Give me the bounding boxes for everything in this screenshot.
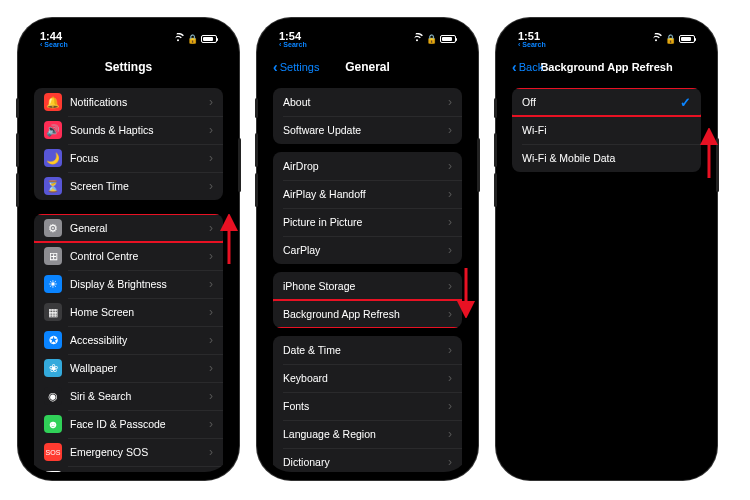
page-title: General (345, 60, 390, 74)
side-button (494, 133, 497, 167)
settings-row[interactable]: ⚙︎General› (34, 214, 223, 242)
chevron-right-icon: › (448, 427, 452, 441)
settings-list[interactable]: About›Software Update›AirDrop›AirPlay & … (265, 80, 470, 472)
nav-bar: ‹ Back Background App Refresh (504, 54, 709, 80)
settings-row[interactable]: 🔊Sounds & Haptics› (34, 116, 223, 144)
chevron-right-icon: › (448, 187, 452, 201)
settings-row[interactable]: 🔔Notifications› (34, 88, 223, 116)
settings-row[interactable]: Fonts› (273, 392, 462, 420)
chevron-right-icon: › (209, 417, 213, 431)
settings-row[interactable]: Dictionary› (273, 448, 462, 472)
settings-row[interactable]: Language & Region› (273, 420, 462, 448)
chevron-right-icon: › (448, 399, 452, 413)
row-label: Language & Region (283, 428, 440, 440)
settings-row[interactable]: ❀Wallpaper› (34, 354, 223, 382)
settings-row[interactable]: Wi-Fi (512, 116, 701, 144)
chevron-right-icon: › (209, 179, 213, 193)
settings-row[interactable]: About› (273, 88, 462, 116)
nav-bar: ‹ Settings General (265, 54, 470, 80)
page-title: Background App Refresh (540, 61, 672, 73)
breadcrumb-back[interactable]: ‹ Search (279, 41, 307, 48)
settings-row[interactable]: AirPlay & Handoff› (273, 180, 462, 208)
settings-row[interactable]: AirDrop› (273, 152, 462, 180)
settings-row[interactable]: ✱Exposure Notifications› (34, 466, 223, 472)
battery-icon (440, 35, 456, 43)
chevron-right-icon: › (448, 371, 452, 385)
settings-row[interactable]: 🌙Focus› (34, 144, 223, 172)
row-icon: ▦ (44, 303, 62, 321)
row-icon: ◉ (44, 387, 62, 405)
settings-row[interactable]: ☻Face ID & Passcode› (34, 410, 223, 438)
chevron-right-icon: › (448, 307, 452, 321)
row-label: iPhone Storage (283, 280, 440, 292)
settings-group: About›Software Update› (273, 88, 462, 144)
back-button[interactable]: ‹ Back (512, 60, 543, 74)
settings-row[interactable]: Wi-Fi & Mobile Data (512, 144, 701, 172)
settings-list[interactable]: Off✓Wi-FiWi-Fi & Mobile Data (504, 80, 709, 472)
row-label: Wi-Fi (522, 124, 691, 136)
settings-row[interactable]: Picture in Picture› (273, 208, 462, 236)
row-label: AirPlay & Handoff (283, 188, 440, 200)
settings-row[interactable]: Keyboard› (273, 364, 462, 392)
side-button (238, 138, 241, 192)
row-icon: SOS (44, 443, 62, 461)
side-button (494, 173, 497, 207)
settings-row[interactable]: ✪Accessibility› (34, 326, 223, 354)
settings-row[interactable]: ⊞Control Centre› (34, 242, 223, 270)
row-label: Picture in Picture (283, 216, 440, 228)
chevron-right-icon: › (448, 243, 452, 257)
row-label: Focus (70, 152, 201, 164)
row-icon: ☻ (44, 415, 62, 433)
breadcrumb-back[interactable]: ‹ Search (518, 41, 546, 48)
row-label: Software Update (283, 124, 440, 136)
chevron-right-icon: › (448, 95, 452, 109)
settings-row[interactable]: SOSEmergency SOS› (34, 438, 223, 466)
row-label: Fonts (283, 400, 440, 412)
settings-row[interactable]: ⏳Screen Time› (34, 172, 223, 200)
settings-row[interactable]: ▦Home Screen› (34, 298, 223, 326)
settings-list[interactable]: 🔔Notifications›🔊Sounds & Haptics›🌙Focus›… (26, 80, 231, 472)
row-icon: 🔔 (44, 93, 62, 111)
row-label: Screen Time (70, 180, 201, 192)
phone-frame: 1:44 ‹ Search 🔒 Settings 🔔Notifications›… (18, 18, 239, 480)
chevron-right-icon: › (209, 333, 213, 347)
chevron-right-icon: › (209, 249, 213, 263)
settings-row[interactable]: Software Update› (273, 116, 462, 144)
settings-row[interactable]: ◉Siri & Search› (34, 382, 223, 410)
chevron-right-icon: › (209, 95, 213, 109)
row-label: Control Centre (70, 250, 201, 262)
row-label: General (70, 222, 201, 234)
chevron-left-icon: ‹ (518, 41, 520, 48)
settings-row[interactable]: iPhone Storage› (273, 272, 462, 300)
back-button[interactable]: ‹ Settings (273, 60, 319, 74)
row-icon: 🌙 (44, 149, 62, 167)
settings-group: AirDrop›AirPlay & Handoff›Picture in Pic… (273, 152, 462, 264)
settings-row[interactable]: ☀︎Display & Brightness› (34, 270, 223, 298)
battery-icon (679, 35, 695, 43)
row-label: Notifications (70, 96, 201, 108)
settings-row[interactable]: Off✓ (512, 88, 701, 116)
row-label: Date & Time (283, 344, 440, 356)
battery-icon (201, 35, 217, 43)
row-icon: ☀︎ (44, 275, 62, 293)
chevron-right-icon: › (448, 343, 452, 357)
row-label: Keyboard (283, 372, 440, 384)
settings-row[interactable]: CarPlay› (273, 236, 462, 264)
chevron-right-icon: › (209, 221, 213, 235)
row-icon: ✱ (44, 471, 62, 472)
settings-row[interactable]: Background App Refresh› (273, 300, 462, 328)
settings-row[interactable]: Date & Time› (273, 336, 462, 364)
phone-frame: 1:51 ‹ Search 🔒 ‹ Back Background App R (496, 18, 717, 480)
chevron-left-icon: ‹ (512, 60, 517, 74)
phone-frame: 1:54 ‹ Search 🔒 ‹ Settings General (257, 18, 478, 480)
side-button (16, 173, 19, 207)
chevron-right-icon: › (448, 215, 452, 229)
row-icon: ⏳ (44, 177, 62, 195)
row-label: Face ID & Passcode (70, 418, 201, 430)
row-label: CarPlay (283, 244, 440, 256)
chevron-right-icon: › (209, 445, 213, 459)
chevron-right-icon: › (209, 305, 213, 319)
page-title: Settings (105, 60, 152, 74)
chevron-right-icon: › (448, 279, 452, 293)
breadcrumb-back[interactable]: ‹ Search (40, 41, 68, 48)
